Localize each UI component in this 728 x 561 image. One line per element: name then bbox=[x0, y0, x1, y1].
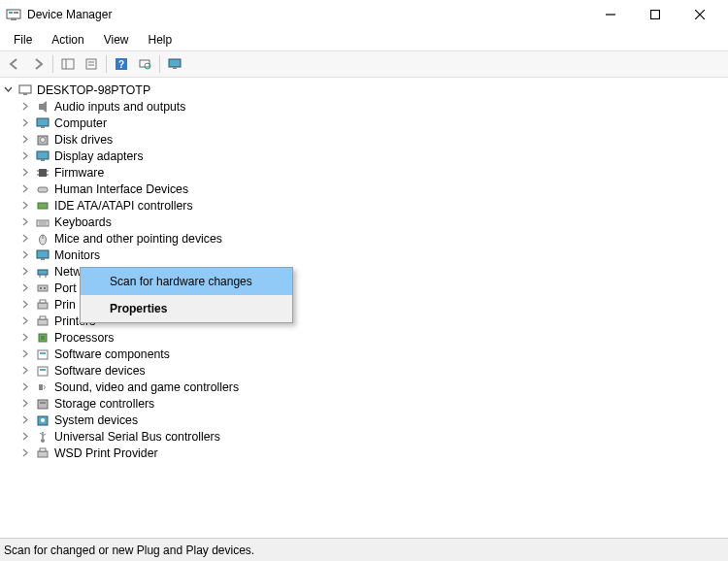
menu-help[interactable]: Help bbox=[139, 31, 182, 49]
menu-file[interactable]: File bbox=[4, 31, 42, 49]
chevron-right-icon[interactable] bbox=[19, 315, 31, 327]
ctx-scan-hardware[interactable]: Scan for hardware changes bbox=[81, 268, 292, 295]
chevron-right-icon[interactable] bbox=[19, 117, 31, 129]
tree-item[interactable]: Display adapters bbox=[0, 148, 728, 164]
tree-item[interactable]: Monitors bbox=[0, 247, 728, 263]
sound-icon bbox=[35, 380, 50, 395]
svg-point-46 bbox=[40, 287, 42, 289]
chevron-right-icon[interactable] bbox=[19, 447, 31, 459]
tree-item[interactable]: Storage controllers bbox=[0, 395, 728, 412]
tree-item[interactable]: Disk drives bbox=[0, 131, 728, 148]
speaker-icon bbox=[35, 99, 50, 115]
svg-rect-59 bbox=[38, 400, 48, 409]
maximize-button[interactable] bbox=[633, 0, 678, 29]
ctx-item-label: Properties bbox=[110, 302, 167, 315]
chevron-right-icon[interactable] bbox=[19, 398, 31, 410]
svg-rect-55 bbox=[40, 352, 46, 354]
help-button[interactable]: ? bbox=[111, 53, 132, 75]
tree-item[interactable]: WSD Print Provider bbox=[0, 445, 728, 461]
tree-item[interactable]: Computer bbox=[0, 115, 728, 131]
svg-point-62 bbox=[41, 418, 45, 422]
svg-rect-28 bbox=[39, 169, 47, 177]
monitor-view-button[interactable] bbox=[164, 53, 185, 75]
tree-item-label: System devices bbox=[54, 413, 138, 427]
menu-view[interactable]: View bbox=[94, 31, 139, 49]
svg-rect-17 bbox=[169, 59, 181, 67]
chevron-right-icon[interactable] bbox=[19, 332, 31, 344]
tree-item[interactable]: Firmware bbox=[0, 164, 728, 181]
back-button[interactable] bbox=[4, 53, 25, 75]
svg-rect-53 bbox=[41, 336, 45, 340]
tree-item[interactable]: Keyboards bbox=[0, 214, 728, 230]
tree-item[interactable]: Software devices bbox=[0, 362, 728, 379]
tree-item-label: Display adapters bbox=[54, 149, 144, 163]
tree-item-label: Disk drives bbox=[54, 133, 113, 147]
tree-item[interactable]: Audio inputs and outputs bbox=[0, 98, 728, 115]
svg-rect-56 bbox=[38, 367, 48, 376]
chevron-right-icon[interactable] bbox=[19, 431, 31, 443]
forward-button[interactable] bbox=[27, 53, 49, 75]
properties-button[interactable] bbox=[81, 53, 102, 75]
chevron-right-icon[interactable] bbox=[19, 348, 31, 360]
svg-rect-33 bbox=[38, 187, 48, 192]
svg-rect-45 bbox=[38, 285, 48, 291]
chevron-right-icon[interactable] bbox=[19, 134, 31, 146]
monitor-icon bbox=[35, 148, 50, 164]
toolbar-separator bbox=[52, 55, 53, 73]
chevron-right-icon[interactable] bbox=[19, 216, 31, 228]
tree-item[interactable]: Mice and other pointing devices bbox=[0, 230, 728, 247]
monitor-icon bbox=[35, 248, 50, 263]
chevron-right-icon[interactable] bbox=[19, 414, 31, 426]
storage-icon bbox=[35, 396, 50, 412]
chevron-right-icon[interactable] bbox=[19, 183, 31, 195]
chevron-right-icon[interactable] bbox=[19, 282, 31, 294]
svg-rect-34 bbox=[38, 203, 48, 209]
tree-item[interactable]: Sound, video and game controllers bbox=[0, 379, 728, 395]
chevron-down-icon[interactable] bbox=[2, 84, 14, 96]
chevron-right-icon[interactable] bbox=[19, 150, 31, 162]
minimize-button[interactable] bbox=[588, 0, 633, 29]
svg-rect-40 bbox=[37, 250, 49, 258]
close-button[interactable] bbox=[678, 0, 722, 29]
svg-rect-22 bbox=[37, 118, 49, 126]
svg-rect-35 bbox=[37, 220, 49, 226]
window-title: Device Manager bbox=[27, 8, 112, 21]
usb-icon bbox=[35, 429, 50, 445]
tree-item-label: Port bbox=[54, 281, 77, 295]
svg-rect-0 bbox=[7, 10, 20, 18]
svg-rect-21 bbox=[39, 104, 43, 110]
tree-root[interactable]: DESKTOP-98PTOTP bbox=[0, 82, 728, 98]
chevron-right-icon[interactable] bbox=[19, 381, 31, 393]
monitor-icon bbox=[35, 116, 50, 131]
menu-action[interactable]: Action bbox=[42, 31, 93, 49]
chevron-right-icon[interactable] bbox=[19, 249, 31, 261]
tree-item[interactable]: System devices bbox=[0, 412, 728, 428]
chevron-right-icon[interactable] bbox=[19, 299, 31, 311]
svg-rect-2 bbox=[14, 12, 18, 14]
cpu-icon bbox=[35, 330, 50, 346]
tree-item[interactable]: Universal Serial Bus controllers bbox=[0, 428, 728, 445]
toolbar: ? bbox=[0, 50, 728, 78]
tree-item-label: Storage controllers bbox=[54, 397, 154, 411]
chevron-right-icon[interactable] bbox=[19, 200, 31, 212]
tree-item-label: Software devices bbox=[54, 364, 146, 378]
tree-item[interactable]: Processors bbox=[0, 329, 728, 346]
chevron-right-icon[interactable] bbox=[19, 266, 31, 278]
tree-item[interactable]: IDE ATA/ATAPI controllers bbox=[0, 197, 728, 214]
ctx-properties[interactable]: Properties bbox=[81, 295, 292, 322]
show-hide-tree-button[interactable] bbox=[57, 53, 79, 75]
keyboard-icon bbox=[35, 214, 50, 230]
scan-hardware-button[interactable] bbox=[134, 53, 155, 75]
tree-item[interactable]: Software components bbox=[0, 346, 728, 362]
context-menu: Scan for hardware changes Properties bbox=[80, 267, 293, 323]
chevron-right-icon[interactable] bbox=[19, 167, 31, 179]
toolbar-separator bbox=[159, 55, 160, 73]
chevron-right-icon[interactable] bbox=[19, 365, 31, 377]
svg-rect-42 bbox=[38, 270, 48, 275]
tree-item-label: Firmware bbox=[54, 166, 104, 180]
tree-item[interactable]: Human Interface Devices bbox=[0, 181, 728, 197]
svg-point-63 bbox=[41, 439, 45, 443]
chevron-right-icon[interactable] bbox=[19, 101, 31, 113]
chevron-right-icon[interactable] bbox=[19, 233, 31, 245]
svg-rect-18 bbox=[173, 67, 177, 69]
